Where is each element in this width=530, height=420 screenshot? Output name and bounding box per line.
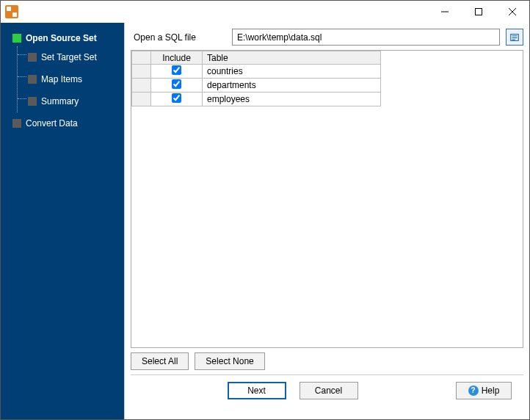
file-row: Open a SQL file — [131, 29, 523, 46]
table-name-cell[interactable]: countries — [203, 65, 381, 79]
table-row[interactable]: countries — [132, 65, 381, 79]
app-icon — [5, 5, 18, 18]
step-convert-data[interactable]: Convert Data — [12, 115, 124, 131]
step-map-items[interactable]: Map Items — [28, 68, 124, 90]
open-file-icon — [509, 32, 520, 43]
step-label: Open Source Set — [26, 33, 97, 43]
window-controls — [428, 1, 529, 23]
row-header-cell — [132, 65, 151, 79]
cancel-button[interactable]: Cancel — [300, 382, 358, 399]
include-cell[interactable] — [151, 65, 203, 79]
select-all-button[interactable]: Select All — [131, 352, 189, 370]
step-label: Map Items — [41, 74, 82, 84]
minimize-button[interactable] — [428, 1, 462, 23]
include-checkbox[interactable] — [172, 65, 181, 75]
table-name-cell[interactable]: departments — [203, 79, 381, 93]
footer-buttons: Next Cancel ? Help — [131, 374, 523, 405]
step-box-icon — [28, 75, 37, 84]
titlebar — [1, 1, 529, 23]
step-box-icon — [12, 34, 21, 43]
svg-rect-1 — [476, 9, 482, 15]
step-label: Summary — [41, 96, 79, 106]
browse-button[interactable] — [506, 29, 523, 46]
select-none-button[interactable]: Select None — [195, 352, 264, 370]
include-cell[interactable] — [151, 93, 203, 106]
tables-grid[interactable]: Include Table countriesdepartmentsemploy… — [131, 50, 523, 348]
row-header-cell — [132, 79, 151, 93]
step-box-icon — [12, 119, 21, 128]
step-set-target-set[interactable]: Set Target Set — [28, 46, 124, 68]
file-path-input[interactable] — [232, 29, 500, 46]
row-header-col — [132, 51, 151, 65]
step-box-icon — [28, 53, 37, 62]
svg-rect-5 — [512, 35, 518, 36]
col-include-header[interactable]: Include — [151, 51, 203, 65]
step-label: Set Target Set — [41, 52, 97, 62]
step-summary[interactable]: Summary — [28, 90, 124, 112]
step-open-source-set[interactable]: Open Source Set — [12, 30, 124, 46]
file-label: Open a SQL file — [131, 32, 226, 43]
wizard-window: Open Source Set Set Target Set — [0, 0, 530, 420]
step-tree: Open Source Set Set Target Set — [7, 30, 124, 131]
table-name-cell[interactable]: employees — [203, 93, 381, 106]
step-label: Convert Data — [26, 118, 78, 128]
body: Open Source Set Set Target Set — [1, 23, 529, 419]
next-button[interactable]: Next — [228, 382, 286, 399]
svg-rect-6 — [512, 37, 518, 38]
wizard-sidebar: Open Source Set Set Target Set — [1, 23, 124, 419]
selection-row: Select All Select None — [131, 352, 523, 370]
row-header-cell — [132, 93, 151, 106]
table-row[interactable]: employees — [132, 93, 381, 106]
table-row[interactable]: departments — [132, 79, 381, 93]
include-checkbox[interactable] — [172, 79, 181, 89]
maximize-button[interactable] — [462, 1, 495, 23]
main-panel: Open a SQL file Includ — [124, 23, 529, 419]
help-icon: ? — [468, 385, 479, 396]
col-table-header[interactable]: Table — [203, 51, 381, 65]
step-box-icon — [28, 97, 37, 106]
include-cell[interactable] — [151, 79, 203, 93]
include-checkbox[interactable] — [172, 93, 181, 103]
help-button[interactable]: ? Help — [456, 382, 512, 399]
help-label: Help — [482, 385, 500, 396]
svg-rect-7 — [512, 39, 515, 40]
close-button[interactable] — [495, 1, 529, 23]
